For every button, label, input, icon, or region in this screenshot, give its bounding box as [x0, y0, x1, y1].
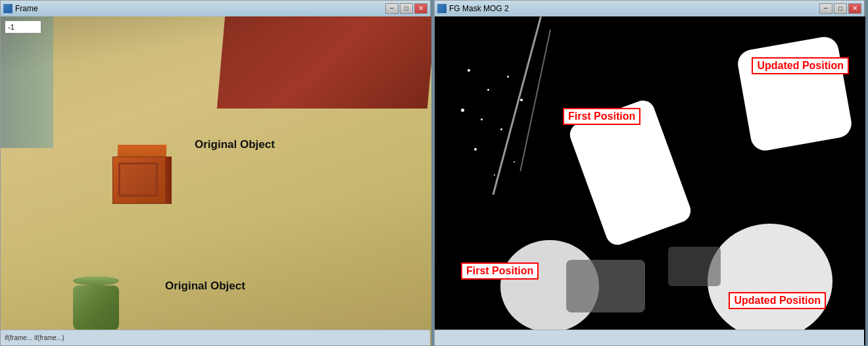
noise-dot — [474, 148, 477, 151]
mask-title-bar: FG Mask MOG 2 − □ ✕ — [435, 1, 864, 16]
mask-minimize-btn[interactable]: − — [819, 3, 832, 14]
updated-position-label-1: Updated Position — [752, 57, 849, 74]
mask-window: FG Mask MOG 2 − □ ✕ — [434, 0, 865, 346]
noise-dot — [507, 76, 509, 78]
frame-close-btn[interactable]: ✕ — [414, 3, 427, 14]
frame-minimize-btn[interactable]: − — [385, 3, 398, 14]
mask-close-btn[interactable]: ✕ — [848, 3, 861, 14]
cup-rim — [73, 276, 119, 285]
frame-title-left: Frame — [3, 4, 38, 13]
first-position-label-1: First Position — [563, 108, 640, 125]
mask-title-left: FG Mask MOG 2 — [437, 4, 509, 13]
cup-body — [73, 285, 119, 332]
gray-area-1 — [566, 260, 645, 312]
frame-window: Frame − □ ✕ -1 — [0, 0, 431, 346]
noise-dot — [481, 118, 483, 120]
frame-input-value: -1 — [8, 23, 14, 31]
mask-window-icon — [437, 4, 446, 13]
noise-dot — [514, 161, 515, 162]
frame-window-icon — [3, 4, 12, 13]
mask-maximize-btn[interactable]: □ — [834, 3, 847, 14]
cube-right-face — [165, 157, 172, 204]
cube-front-face — [112, 157, 166, 204]
original-object-label-1: Original Object — [195, 138, 275, 151]
original-object-label-2: Original Object — [165, 280, 245, 293]
noise-dot — [468, 69, 470, 72]
frame-title-text: Frame — [15, 4, 38, 13]
frame-value-input[interactable]: -1 — [5, 20, 41, 34]
updated-position-label-2: Updated Position — [729, 292, 826, 309]
noise-dot — [500, 128, 502, 130]
frame-title-bar: Frame − □ ✕ — [1, 1, 430, 16]
noise-dot — [461, 109, 464, 112]
red-background — [217, 16, 431, 109]
gray-area-2 — [668, 247, 721, 286]
mask-content: First Position Updated Position First Po… — [435, 16, 865, 345]
mask-status-bar — [435, 330, 864, 345]
frame-controls: − □ ✕ — [385, 3, 427, 14]
cube-inner-recess — [118, 162, 158, 197]
first-position-label-2: First Position — [461, 262, 539, 280]
noise-dot — [494, 174, 495, 176]
frame-maximize-btn[interactable]: □ — [400, 3, 413, 14]
frame-content: -1 Original Object Original Object — [1, 16, 431, 345]
mask-title-text: FG Mask MOG 2 — [449, 4, 509, 13]
frame-status-text: if(frame... if(frame...) — [5, 334, 64, 341]
mask-controls: − □ ✕ — [819, 3, 861, 14]
blob-rectangle-2 — [736, 35, 854, 153]
floor-corner — [1, 16, 53, 148]
orange-cube — [112, 145, 172, 204]
blob-circle-2 — [708, 224, 832, 339]
cube-top-face — [118, 145, 167, 158]
noise-dots — [448, 56, 533, 187]
noise-dot — [487, 89, 489, 91]
noise-dot — [520, 99, 523, 101]
frame-status-bar: if(frame... if(frame...) — [1, 330, 430, 345]
